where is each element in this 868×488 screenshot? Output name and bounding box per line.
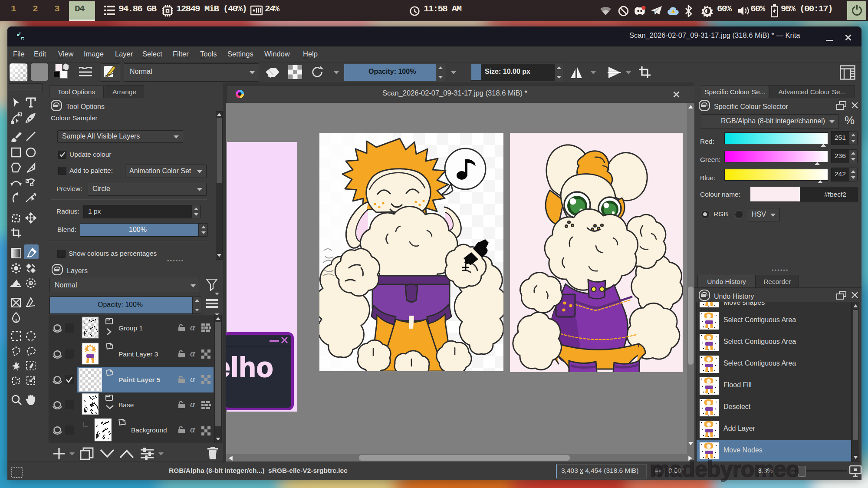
svg-text:α: α bbox=[190, 424, 195, 435]
svg-text:α: α bbox=[190, 399, 195, 409]
svg-text:α: α bbox=[190, 322, 195, 333]
svg-text:α: α bbox=[190, 348, 195, 359]
svg-text:α: α bbox=[190, 373, 195, 384]
